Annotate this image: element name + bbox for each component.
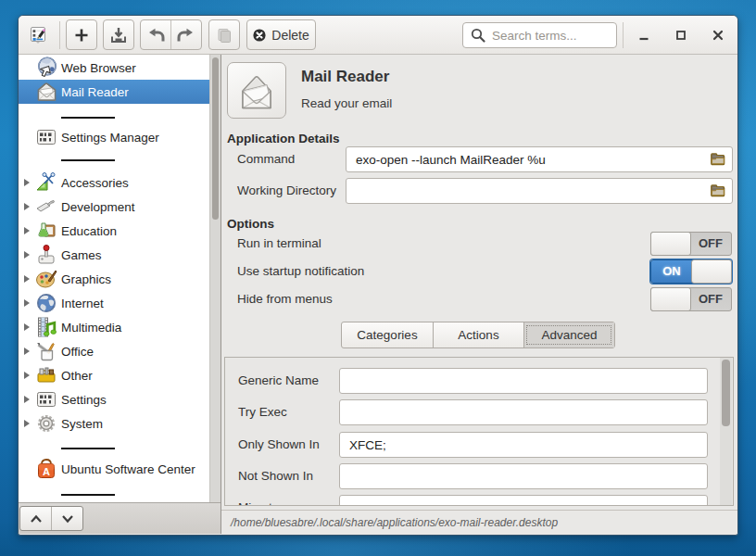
svg-text:A: A <box>43 466 50 477</box>
